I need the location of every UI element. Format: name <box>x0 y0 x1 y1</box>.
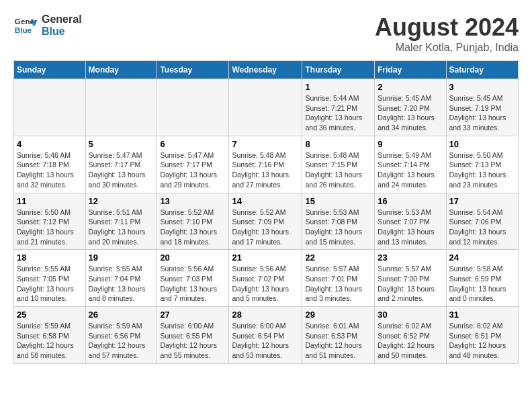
calendar-cell: 13Sunrise: 5:52 AM Sunset: 7:10 PM Dayli… <box>157 193 229 250</box>
week-row-3: 11Sunrise: 5:50 AM Sunset: 7:12 PM Dayli… <box>14 193 519 250</box>
week-row-1: 1Sunrise: 5:44 AM Sunset: 7:21 PM Daylig… <box>14 79 519 136</box>
title-section: August 2024 Maler Kotla, Punjab, India <box>375 13 519 54</box>
day-info: Sunrise: 5:48 AM Sunset: 7:15 PM Dayligh… <box>305 151 362 189</box>
day-info: Sunrise: 5:45 AM Sunset: 7:20 PM Dayligh… <box>378 94 435 132</box>
calendar-cell: 14Sunrise: 5:52 AM Sunset: 7:09 PM Dayli… <box>229 193 302 250</box>
day-number: 10 <box>449 139 515 149</box>
calendar-cell: 23Sunrise: 5:57 AM Sunset: 7:00 PM Dayli… <box>375 250 446 307</box>
day-number: 27 <box>160 310 226 320</box>
calendar-cell <box>14 79 86 136</box>
calendar-header: SundayMondayTuesdayWednesdayThursdayFrid… <box>14 61 519 79</box>
calendar-title: August 2024 <box>375 13 519 42</box>
day-number: 8 <box>305 139 371 149</box>
calendar-cell <box>85 79 157 136</box>
day-number: 6 <box>160 139 226 149</box>
day-info: Sunrise: 5:47 AM Sunset: 7:17 PM Dayligh… <box>160 151 217 189</box>
day-number: 1 <box>305 82 371 92</box>
logo-icon: General Blue <box>13 13 38 38</box>
calendar-cell: 6Sunrise: 5:47 AM Sunset: 7:17 PM Daylig… <box>157 136 229 193</box>
day-info: Sunrise: 5:44 AM Sunset: 7:21 PM Dayligh… <box>305 94 362 132</box>
day-info: Sunrise: 5:55 AM Sunset: 7:05 PM Dayligh… <box>17 265 74 302</box>
day-number: 14 <box>232 196 299 206</box>
logo: General Blue General Blue <box>13 13 82 38</box>
day-info: Sunrise: 5:55 AM Sunset: 7:04 PM Dayligh… <box>89 265 146 302</box>
day-info: Sunrise: 5:57 AM Sunset: 7:00 PM Dayligh… <box>378 265 435 302</box>
calendar-cell: 2Sunrise: 5:45 AM Sunset: 7:20 PM Daylig… <box>375 79 446 136</box>
calendar-cell: 19Sunrise: 5:55 AM Sunset: 7:04 PM Dayli… <box>85 250 157 307</box>
weekday-header-wednesday: Wednesday <box>229 61 302 79</box>
calendar-cell <box>157 79 229 136</box>
calendar-cell: 11Sunrise: 5:50 AM Sunset: 7:12 PM Dayli… <box>14 193 86 250</box>
calendar-body: 1Sunrise: 5:44 AM Sunset: 7:21 PM Daylig… <box>14 79 519 364</box>
day-number: 24 <box>449 253 515 263</box>
calendar-cell: 31Sunrise: 6:02 AM Sunset: 6:51 PM Dayli… <box>446 307 518 364</box>
calendar-cell: 28Sunrise: 6:00 AM Sunset: 6:54 PM Dayli… <box>229 307 302 364</box>
weekday-header-row: SundayMondayTuesdayWednesdayThursdayFrid… <box>14 61 519 79</box>
day-info: Sunrise: 5:53 AM Sunset: 7:07 PM Dayligh… <box>378 208 435 246</box>
day-number: 2 <box>378 82 443 92</box>
day-number: 25 <box>17 310 83 320</box>
day-number: 12 <box>89 196 154 206</box>
day-number: 4 <box>17 139 83 149</box>
day-number: 11 <box>17 196 83 206</box>
day-number: 26 <box>89 310 154 320</box>
day-number: 21 <box>232 253 299 263</box>
weekday-header-friday: Friday <box>375 61 446 79</box>
calendar-cell: 27Sunrise: 6:00 AM Sunset: 6:55 PM Dayli… <box>157 307 229 364</box>
day-info: Sunrise: 5:49 AM Sunset: 7:14 PM Dayligh… <box>378 151 435 189</box>
svg-text:Blue: Blue <box>15 26 32 34</box>
day-info: Sunrise: 5:56 AM Sunset: 7:02 PM Dayligh… <box>232 265 289 302</box>
day-number: 13 <box>160 196 226 206</box>
day-info: Sunrise: 5:50 AM Sunset: 7:13 PM Dayligh… <box>449 151 506 189</box>
day-info: Sunrise: 5:54 AM Sunset: 7:06 PM Dayligh… <box>449 208 506 246</box>
calendar-cell: 21Sunrise: 5:56 AM Sunset: 7:02 PM Dayli… <box>229 250 302 307</box>
day-info: Sunrise: 5:53 AM Sunset: 7:08 PM Dayligh… <box>305 208 362 246</box>
day-info: Sunrise: 5:56 AM Sunset: 7:03 PM Dayligh… <box>160 265 217 302</box>
calendar-cell: 15Sunrise: 5:53 AM Sunset: 7:08 PM Dayli… <box>302 193 375 250</box>
day-number: 29 <box>305 310 371 320</box>
weekday-header-sunday: Sunday <box>14 61 86 79</box>
day-info: Sunrise: 6:00 AM Sunset: 6:54 PM Dayligh… <box>232 322 289 359</box>
calendar-cell: 16Sunrise: 5:53 AM Sunset: 7:07 PM Dayli… <box>375 193 446 250</box>
day-info: Sunrise: 5:52 AM Sunset: 7:09 PM Dayligh… <box>232 208 289 246</box>
day-number: 31 <box>449 310 515 320</box>
calendar-cell: 20Sunrise: 5:56 AM Sunset: 7:03 PM Dayli… <box>157 250 229 307</box>
day-info: Sunrise: 5:59 AM Sunset: 6:56 PM Dayligh… <box>89 322 146 359</box>
day-number: 5 <box>89 139 154 149</box>
day-number: 30 <box>378 310 443 320</box>
calendar-cell: 7Sunrise: 5:48 AM Sunset: 7:16 PM Daylig… <box>229 136 302 193</box>
day-number: 3 <box>449 82 515 92</box>
calendar-cell: 29Sunrise: 6:01 AM Sunset: 6:53 PM Dayli… <box>302 307 375 364</box>
day-number: 20 <box>160 253 226 263</box>
calendar-table: SundayMondayTuesdayWednesdayThursdayFrid… <box>13 60 519 364</box>
calendar-cell: 9Sunrise: 5:49 AM Sunset: 7:14 PM Daylig… <box>375 136 446 193</box>
day-info: Sunrise: 5:46 AM Sunset: 7:18 PM Dayligh… <box>17 151 74 189</box>
day-number: 15 <box>305 196 371 206</box>
calendar-cell: 10Sunrise: 5:50 AM Sunset: 7:13 PM Dayli… <box>446 136 518 193</box>
weekday-header-monday: Monday <box>85 61 157 79</box>
calendar-cell: 18Sunrise: 5:55 AM Sunset: 7:05 PM Dayli… <box>14 250 86 307</box>
calendar-cell: 24Sunrise: 5:58 AM Sunset: 6:59 PM Dayli… <box>446 250 518 307</box>
day-info: Sunrise: 5:47 AM Sunset: 7:17 PM Dayligh… <box>89 151 146 189</box>
day-info: Sunrise: 6:02 AM Sunset: 6:51 PM Dayligh… <box>449 322 506 359</box>
weekday-header-thursday: Thursday <box>302 61 375 79</box>
page-header: General Blue General Blue August 2024 Ma… <box>13 13 519 54</box>
calendar-cell: 3Sunrise: 5:45 AM Sunset: 7:19 PM Daylig… <box>446 79 518 136</box>
logo-general: General <box>42 13 82 26</box>
day-info: Sunrise: 5:48 AM Sunset: 7:16 PM Dayligh… <box>232 151 289 189</box>
day-info: Sunrise: 6:00 AM Sunset: 6:55 PM Dayligh… <box>160 322 217 359</box>
day-number: 7 <box>232 139 299 149</box>
calendar-cell: 1Sunrise: 5:44 AM Sunset: 7:21 PM Daylig… <box>302 79 375 136</box>
calendar-cell: 30Sunrise: 6:02 AM Sunset: 6:52 PM Dayli… <box>375 307 446 364</box>
day-info: Sunrise: 5:58 AM Sunset: 6:59 PM Dayligh… <box>449 265 506 302</box>
day-number: 23 <box>378 253 443 263</box>
calendar-cell: 5Sunrise: 5:47 AM Sunset: 7:17 PM Daylig… <box>85 136 157 193</box>
week-row-2: 4Sunrise: 5:46 AM Sunset: 7:18 PM Daylig… <box>14 136 519 193</box>
calendar-cell: 12Sunrise: 5:51 AM Sunset: 7:11 PM Dayli… <box>85 193 157 250</box>
calendar-cell: 25Sunrise: 5:59 AM Sunset: 6:58 PM Dayli… <box>14 307 86 364</box>
calendar-cell: 17Sunrise: 5:54 AM Sunset: 7:06 PM Dayli… <box>446 193 518 250</box>
week-row-4: 18Sunrise: 5:55 AM Sunset: 7:05 PM Dayli… <box>14 250 519 307</box>
day-number: 18 <box>17 253 83 263</box>
day-info: Sunrise: 5:52 AM Sunset: 7:10 PM Dayligh… <box>160 208 217 246</box>
calendar-cell <box>229 79 302 136</box>
